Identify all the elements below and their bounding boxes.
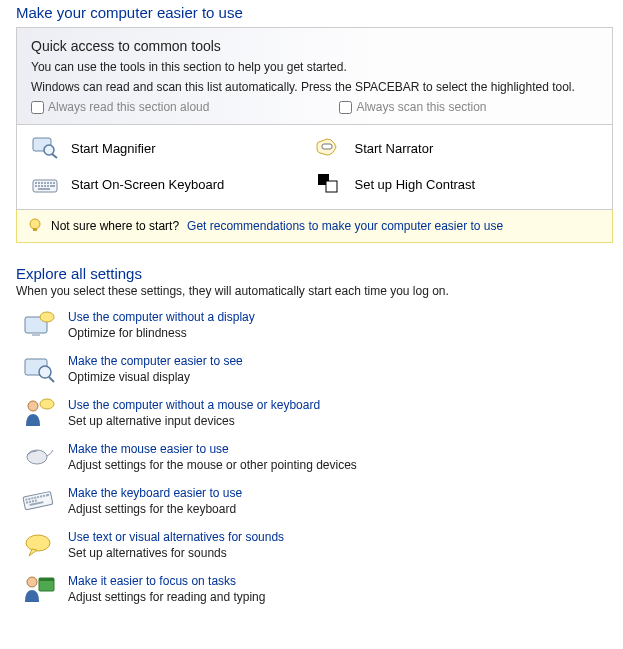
explore-subtitle: When you select these settings, they wil… [16,284,613,298]
always-scan-checkbox[interactable]: Always scan this section [339,100,486,114]
svg-rect-42 [29,501,31,503]
explore-title: Explore all settings [16,265,613,282]
recommendations-link[interactable]: Get recommendations to make your compute… [187,219,503,233]
quick-access-text-1: You can use the tools in this section to… [31,60,598,74]
setting-without-mouse-keyboard: Use the computer without a mouse or keyb… [16,398,613,428]
tool-label: Start Magnifier [71,141,156,156]
svg-rect-14 [41,185,43,187]
svg-line-28 [49,377,54,382]
setting-desc: Adjust settings for reading and typing [68,590,265,604]
keyboard-tilt-icon [22,486,56,516]
svg-rect-20 [326,181,337,192]
setting-without-display: Use the computer without a display Optim… [16,310,613,340]
svg-point-47 [27,577,37,587]
svg-point-29 [28,401,38,411]
svg-rect-36 [34,497,36,499]
tip-bar: Not sure where to start? Get recommendat… [16,210,613,243]
svg-rect-22 [33,228,37,231]
svg-rect-38 [40,495,42,497]
svg-rect-37 [37,496,39,498]
svg-rect-6 [38,182,40,184]
svg-rect-9 [47,182,49,184]
always-read-checkbox[interactable]: Always read this section aloud [31,100,209,114]
svg-point-25 [40,312,54,322]
svg-point-31 [27,450,47,464]
start-narrator-tool[interactable]: Start Narrator [315,137,599,159]
setting-link[interactable]: Make the mouse easier to use [68,442,357,456]
lightbulb-icon [27,218,43,234]
start-magnifier-tool[interactable]: Start Magnifier [31,137,315,159]
svg-rect-3 [322,144,332,149]
narrator-icon [315,137,343,159]
quick-access-panel: Quick access to common tools You can use… [16,27,613,210]
keyboard-icon [31,173,59,195]
quick-access-title: Quick access to common tools [31,38,598,54]
svg-rect-24 [32,333,40,336]
always-scan-label: Always scan this section [356,100,486,114]
setting-link[interactable]: Make the keyboard easier to use [68,486,242,500]
tip-prefix: Not sure where to start? [51,219,179,233]
monitor-speech-icon [22,310,56,340]
svg-point-21 [30,219,40,229]
setting-desc: Optimize for blindness [68,326,187,340]
tool-label: Set up High Contrast [355,177,476,192]
setting-link[interactable]: Make the computer easier to see [68,354,243,368]
svg-rect-12 [35,185,37,187]
start-osk-tool[interactable]: Start On-Screen Keyboard [31,173,315,195]
svg-rect-44 [35,499,37,501]
svg-point-27 [39,366,51,378]
quick-tools-grid: Start Magnifier Start Narrator [17,125,612,209]
svg-rect-35 [31,497,33,499]
setting-easier-to-see: Make the computer easier to see Optimize… [16,354,613,384]
svg-point-46 [26,535,50,551]
tool-label: Start On-Screen Keyboard [71,177,224,192]
quick-access-header: Quick access to common tools You can use… [17,28,612,125]
tool-label: Start Narrator [355,141,434,156]
setting-desc: Adjust settings for the mouse or other p… [68,458,357,472]
person-window-icon [22,574,56,604]
high-contrast-icon [315,173,343,195]
setting-desc: Adjust settings for the keyboard [68,502,236,516]
mouse-icon [22,442,56,472]
svg-rect-7 [41,182,43,184]
setting-link[interactable]: Use the computer without a display [68,310,255,324]
setting-keyboard-easier: Make the keyboard easier to use Adjust s… [16,486,613,516]
setting-link[interactable]: Use text or visual alternatives for soun… [68,530,284,544]
speech-bubble-icon [22,530,56,560]
svg-rect-49 [39,578,54,581]
setting-link[interactable]: Make it easier to focus on tasks [68,574,265,588]
svg-rect-18 [38,188,50,190]
svg-rect-11 [53,182,55,184]
person-speech-icon [22,398,56,428]
svg-rect-34 [28,498,30,500]
always-scan-input[interactable] [339,101,352,114]
svg-rect-8 [44,182,46,184]
svg-point-30 [40,399,54,409]
setting-sound-alternatives: Use text or visual alternatives for soun… [16,530,613,560]
svg-rect-15 [44,185,46,187]
svg-rect-16 [47,185,49,187]
high-contrast-tool[interactable]: Set up High Contrast [315,173,599,195]
svg-rect-43 [32,500,34,502]
always-read-input[interactable] [31,101,44,114]
svg-rect-13 [38,185,40,187]
page-title: Make your computer easier to use [16,4,613,21]
quick-access-text-2: Windows can read and scan this list auto… [31,80,598,94]
setting-desc: Set up alternative input devices [68,414,235,428]
svg-rect-41 [26,501,28,503]
magnifier-icon [31,137,59,159]
monitor-magnifier-icon [22,354,56,384]
svg-rect-17 [50,185,55,187]
setting-desc: Set up alternatives for sounds [68,546,227,560]
svg-rect-10 [50,182,52,184]
always-read-label: Always read this section aloud [48,100,209,114]
setting-link[interactable]: Use the computer without a mouse or keyb… [68,398,320,412]
svg-line-2 [52,154,57,158]
setting-mouse-easier: Make the mouse easier to use Adjust sett… [16,442,613,472]
setting-desc: Optimize visual display [68,370,190,384]
svg-rect-5 [35,182,37,184]
svg-rect-33 [25,498,27,500]
svg-rect-39 [43,495,45,497]
setting-focus-tasks: Make it easier to focus on tasks Adjust … [16,574,613,604]
